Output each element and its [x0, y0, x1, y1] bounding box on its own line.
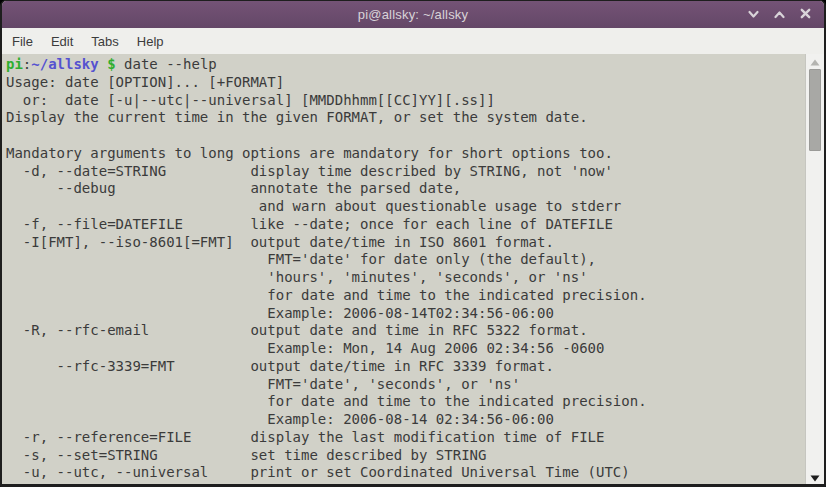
terminal-output: Usage: date [OPTION]... [+FORMAT] or: da… [6, 74, 804, 482]
terminal-viewport[interactable]: pi:~/allsky $ date --help Usage: date [O… [2, 54, 824, 484]
chevron-up-icon [774, 7, 785, 22]
scrollbar-thumb[interactable] [809, 69, 821, 151]
chevron-down-icon [748, 7, 759, 22]
close-icon [800, 7, 811, 22]
triangle-down-icon [810, 468, 820, 484]
shade-button[interactable] [744, 6, 762, 24]
window-title: pi@allsky: ~/allsky [2, 7, 824, 22]
menu-edit[interactable]: Edit [42, 30, 82, 53]
prompt-user: pi [6, 56, 23, 72]
scrollbar-track[interactable] [806, 68, 824, 470]
maximize-button[interactable] [770, 6, 788, 24]
scroll-down-button[interactable] [806, 470, 824, 484]
menubar: File Edit Tabs Help [2, 28, 824, 54]
prompt-symbol: $ [99, 56, 124, 72]
scrollbar[interactable] [805, 54, 824, 484]
scroll-up-button[interactable] [806, 54, 824, 68]
close-button[interactable] [796, 6, 814, 24]
terminal-window: pi@allsky: ~/allsky File Edit Tabs Hel [0, 0, 826, 487]
menu-tabs[interactable]: Tabs [82, 30, 127, 53]
window-controls [744, 1, 814, 28]
menu-file[interactable]: File [3, 30, 42, 53]
menu-help[interactable]: Help [128, 30, 173, 53]
titlebar[interactable]: pi@allsky: ~/allsky [2, 1, 824, 28]
prompt-command: date --help [124, 56, 217, 72]
prompt-line: pi:~/allsky $ date --help [6, 56, 804, 74]
prompt-path: ~/allsky [31, 56, 98, 72]
